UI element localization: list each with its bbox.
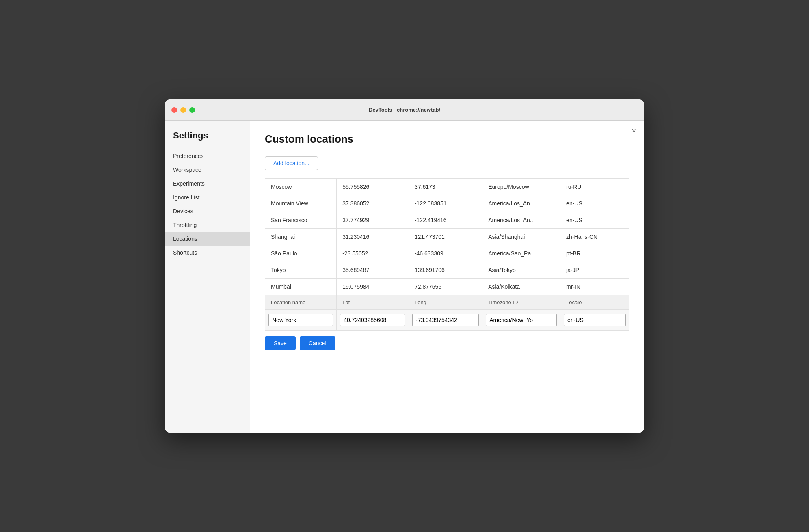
table-row: Mountain View 37.386052 -122.083851 Amer…	[265, 195, 629, 212]
location-name-cell: Tokyo	[265, 262, 337, 279]
close-window-button[interactable]	[171, 107, 177, 113]
location-timezone-cell: Europe/Moscow	[482, 179, 560, 195]
location-timezone-cell: Asia/Kolkata	[482, 279, 560, 295]
location-lng-cell: 139.691706	[409, 262, 482, 279]
minimize-window-button[interactable]	[180, 107, 186, 113]
lat-input-cell	[337, 310, 409, 331]
table-row: San Francisco 37.774929 -122.419416 Amer…	[265, 212, 629, 229]
location-timezone-cell: America/Los_An...	[482, 212, 560, 229]
timezone-input-cell	[482, 310, 560, 331]
sidebar-item-ignore-list[interactable]: Ignore List	[165, 190, 250, 204]
sidebar-title: Settings	[165, 130, 250, 149]
maximize-window-button[interactable]	[189, 107, 195, 113]
col-header-name: Location name	[265, 295, 337, 310]
location-timezone-cell: America/Los_An...	[482, 195, 560, 212]
location-lng-cell: -122.083851	[409, 195, 482, 212]
location-name-cell: Moscow	[265, 179, 337, 195]
form-input-row	[265, 310, 629, 331]
col-header-lng: Long	[409, 295, 482, 310]
location-locale-cell: en-US	[560, 195, 629, 212]
page-title: Custom locations	[265, 133, 629, 145]
sidebar-item-shortcuts[interactable]: Shortcuts	[165, 246, 250, 260]
location-timezone-cell: Asia/Tokyo	[482, 262, 560, 279]
devtools-window: DevTools - chrome://newtab/ Settings Pre…	[165, 99, 644, 433]
col-header-timezone: Timezone ID	[482, 295, 560, 310]
locale-input-cell	[560, 310, 629, 331]
location-locale-cell: mr-IN	[560, 279, 629, 295]
location-name-input[interactable]	[268, 314, 333, 326]
sidebar-item-devices[interactable]: Devices	[165, 204, 250, 218]
location-name-cell: Shanghai	[265, 229, 337, 245]
sidebar: Settings Preferences Workspace Experimen…	[165, 121, 250, 433]
window-title: DevTools - chrome://newtab/	[369, 107, 440, 113]
title-divider	[265, 148, 629, 148]
location-lng-cell: 37.6173	[409, 179, 482, 195]
form-header-row: Location name Lat Long Timezone ID Local…	[265, 295, 629, 310]
location-locale-cell: ja-JP	[560, 262, 629, 279]
sidebar-item-experiments[interactable]: Experiments	[165, 177, 250, 190]
col-header-locale: Locale	[560, 295, 629, 310]
table-row: São Paulo -23.55052 -46.633309 America/S…	[265, 245, 629, 262]
location-lng-cell: -122.419416	[409, 212, 482, 229]
location-lat-cell: 19.075984	[337, 279, 409, 295]
location-name-cell: São Paulo	[265, 245, 337, 262]
location-lat-cell: 37.386052	[337, 195, 409, 212]
location-lat-cell: 31.230416	[337, 229, 409, 245]
lng-input-cell	[409, 310, 482, 331]
location-lng-cell: -46.633309	[409, 245, 482, 262]
form-actions: Save Cancel	[265, 336, 629, 350]
location-lng-cell: 121.473701	[409, 229, 482, 245]
location-locale-cell: zh-Hans-CN	[560, 229, 629, 245]
titlebar: DevTools - chrome://newtab/	[165, 99, 644, 121]
location-timezone-cell: Asia/Shanghai	[482, 229, 560, 245]
location-name-cell: Mountain View	[265, 195, 337, 212]
window-body: Settings Preferences Workspace Experimen…	[165, 121, 644, 433]
sidebar-item-workspace[interactable]: Workspace	[165, 163, 250, 177]
table-row: Mumbai 19.075984 72.877656 Asia/Kolkata …	[265, 279, 629, 295]
location-lat-cell: 35.689487	[337, 262, 409, 279]
location-locale-cell: ru-RU	[560, 179, 629, 195]
window-controls	[171, 107, 195, 113]
table-row: Moscow 55.755826 37.6173 Europe/Moscow r…	[265, 179, 629, 195]
location-lat-cell: -23.55052	[337, 245, 409, 262]
cancel-button[interactable]: Cancel	[300, 336, 335, 350]
location-locale-cell: en-US	[560, 212, 629, 229]
location-name-cell: Mumbai	[265, 279, 337, 295]
location-timezone-input[interactable]	[486, 314, 557, 326]
locations-table: Moscow 55.755826 37.6173 Europe/Moscow r…	[265, 178, 629, 331]
save-button[interactable]: Save	[265, 336, 296, 350]
location-lng-cell: 72.877656	[409, 279, 482, 295]
sidebar-item-throttling[interactable]: Throttling	[165, 218, 250, 232]
sidebar-item-preferences[interactable]: Preferences	[165, 149, 250, 163]
table-row: Shanghai 31.230416 121.473701 Asia/Shang…	[265, 229, 629, 245]
sidebar-item-locations[interactable]: Locations	[165, 232, 250, 246]
location-lat-input[interactable]	[340, 314, 405, 326]
location-locale-input[interactable]	[564, 314, 626, 326]
add-location-button[interactable]: Add location...	[265, 156, 318, 170]
name-input-cell	[265, 310, 337, 331]
main-content: × Custom locations Add location... Mosco…	[250, 121, 644, 433]
location-name-cell: San Francisco	[265, 212, 337, 229]
location-locale-cell: pt-BR	[560, 245, 629, 262]
table-row: Tokyo 35.689487 139.691706 Asia/Tokyo ja…	[265, 262, 629, 279]
location-lat-cell: 37.774929	[337, 212, 409, 229]
location-lng-input[interactable]	[412, 314, 479, 326]
location-lat-cell: 55.755826	[337, 179, 409, 195]
col-header-lat: Lat	[337, 295, 409, 310]
close-panel-button[interactable]: ×	[632, 127, 636, 134]
location-timezone-cell: America/Sao_Pa...	[482, 245, 560, 262]
